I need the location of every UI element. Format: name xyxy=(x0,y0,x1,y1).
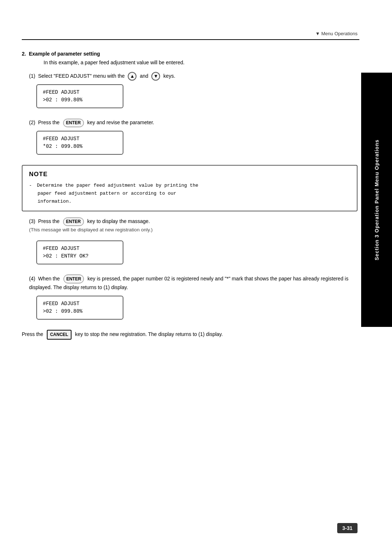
header-section-label: ▼ Menu Operations xyxy=(315,31,358,36)
step-4-display: #FEED ADJUST >02 : 099.80% xyxy=(36,296,123,320)
step-2-text: (2) Press the ENTER key and revise the p… xyxy=(29,118,358,127)
enter-key-badge-3: ENTER xyxy=(64,275,84,283)
step-2: (2) Press the ENTER key and revise the p… xyxy=(22,118,358,158)
sidebar-label: Section 3 Operation Panel Menu Operation… xyxy=(361,73,392,327)
step-4-text: (4) When the ENTER key is pressed, the p… xyxy=(29,275,358,292)
section-heading: 2. Example of parameter setting xyxy=(22,51,358,57)
enter-key-badge-1: ENTER xyxy=(63,119,84,127)
cancel-key-badge: CANCEL xyxy=(47,330,72,339)
note-content: - Determine the paper feed adjustment va… xyxy=(29,182,350,206)
press-cancel-text: Press the CANCEL key to stop the new reg… xyxy=(22,330,358,339)
step-3-display: #FEED ADJUST >02 : ENTRY OK? xyxy=(36,240,123,264)
step-2-display: #FEED ADJUST *02 : 099.80% xyxy=(36,131,123,155)
display-line-1: #FEED ADJUST xyxy=(43,300,117,308)
top-rule xyxy=(22,39,359,40)
note-dash: - xyxy=(29,183,32,188)
step-1: (1) Select "FEED ADJUST" menu with the ▲… xyxy=(22,72,358,112)
intro-text: In this example, a paper feed adjustment… xyxy=(44,60,358,65)
step-1-text: (1) Select "FEED ADJUST" menu with the ▲… xyxy=(29,72,358,81)
display-line-2: >02 : 099.80% xyxy=(43,308,117,315)
note-title: NOTE xyxy=(29,171,350,178)
step-1-display: #FEED ADJUST >02 : 099.80% xyxy=(36,84,123,108)
up-arrow-key: ▲ xyxy=(128,72,136,81)
display-line-1: #FEED ADJUST xyxy=(43,245,117,252)
step-3-text: (3) Press the ENTER key to display the m… xyxy=(29,217,358,226)
down-arrow-key: ▼ xyxy=(151,72,160,81)
note-box: NOTE - Determine the paper feed adjustme… xyxy=(22,165,358,211)
display-line-2: *02 : 099.80% xyxy=(43,143,117,150)
step-3: (3) Press the ENTER key to display the m… xyxy=(22,217,358,268)
display-line-1: #FEED ADJUST xyxy=(43,135,117,143)
display-line-2: >02 : ENTRY OK? xyxy=(43,252,117,260)
display-line-2: >02 : 099.80% xyxy=(43,96,117,104)
step-4: (4) When the ENTER key is pressed, the p… xyxy=(22,275,358,323)
main-content: 2. Example of parameter setting In this … xyxy=(22,44,358,526)
enter-key-badge-2: ENTER xyxy=(63,218,84,226)
display-line-1: #FEED ADJUST xyxy=(43,89,117,96)
step-3-subnote: (This message will be displayed at new r… xyxy=(29,226,358,234)
page-container: ▼ Menu Operations Section 3 Operation Pa… xyxy=(0,0,392,555)
